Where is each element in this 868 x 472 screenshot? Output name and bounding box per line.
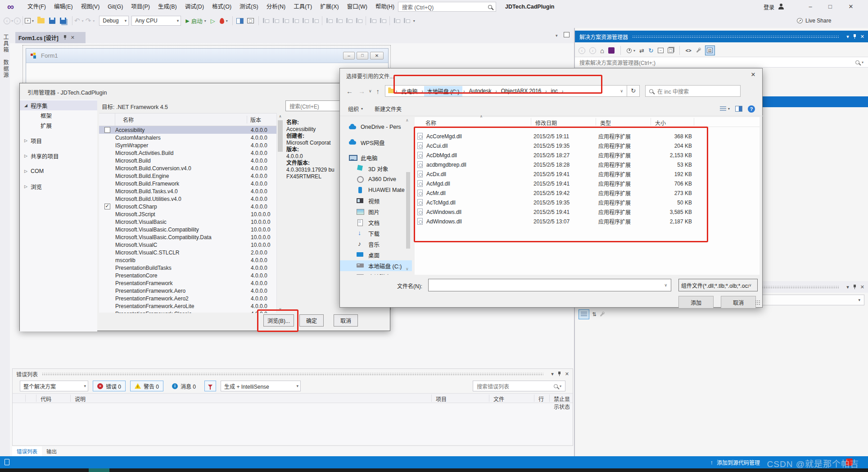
- menu-item[interactable]: 项目(P): [127, 0, 154, 14]
- toolbar-overflow-icon[interactable]: ▾: [413, 19, 415, 23]
- navigate-back-icon[interactable]: ‹: [4, 18, 10, 24]
- ref-nav-item[interactable]: 框架: [20, 110, 97, 120]
- watch-window-icon[interactable]: ▢: [247, 18, 254, 23]
- file-column-type[interactable]: 类型: [600, 119, 611, 127]
- file-type-filter-dropdown[interactable]: 组件文件(*.dll;*.tlb;*.olb;*.ocx; ∨: [678, 279, 758, 291]
- close-button[interactable]: ✕: [843, 0, 859, 14]
- assembly-checkbox[interactable]: [104, 127, 110, 133]
- scroll-up-icon[interactable]: ∧: [277, 113, 284, 120]
- hot-reload-icon[interactable]: [220, 18, 224, 24]
- column-name[interactable]: 名称: [115, 116, 247, 123]
- ref-nav-item[interactable]: 扩展: [20, 120, 97, 130]
- assembly-row[interactable]: PresentationFramework 4.0.0.0: [99, 279, 276, 287]
- assembly-row[interactable]: Accessibility 4.0.0.0: [99, 126, 276, 134]
- se-view-code-icon[interactable]: <>: [686, 48, 692, 53]
- menu-item[interactable]: 分析(N): [262, 0, 289, 14]
- save-all-icon[interactable]: [60, 18, 66, 24]
- assembly-row[interactable]: CustomMarshalers 4.0.0.0: [99, 134, 276, 141]
- pin-tab-icon[interactable]: [63, 35, 67, 40]
- menu-item[interactable]: 测试(S): [235, 0, 262, 14]
- se-pending-changes-icon[interactable]: [627, 48, 632, 53]
- sidebar-scrollbar[interactable]: [406, 172, 410, 249]
- menu-item[interactable]: Git(G): [104, 0, 127, 14]
- error-col-description[interactable]: 说明: [75, 395, 86, 403]
- menu-item[interactable]: 格式(O): [208, 0, 235, 14]
- window-position-dropdown-icon[interactable]: ▾: [846, 34, 849, 40]
- sidebar-folder-item[interactable]: HUAWEI Mate: [340, 185, 412, 195]
- form-maximize-button[interactable]: □: [357, 52, 368, 59]
- vertical-tool-tab[interactable]: 工具箱: [2, 34, 9, 53]
- auto-hide-pin-icon[interactable]: [853, 34, 857, 39]
- file-dialog-close-icon[interactable]: ✕: [747, 71, 760, 78]
- solution-configuration-dropdown[interactable]: Debug▾: [99, 16, 129, 26]
- menu-item[interactable]: 调试(D): [181, 0, 208, 14]
- nav-up-icon[interactable]: ↑: [376, 87, 380, 95]
- messages-toggle-button[interactable]: i 消息 0: [168, 381, 200, 391]
- assembly-row[interactable]: Microsoft.Build.Utilities.v4.0 4.0.0.0: [99, 195, 276, 203]
- error-search-box[interactable]: 搜索错误列表 ▾: [473, 381, 565, 391]
- properties-position-dropdown-icon[interactable]: ▾: [846, 284, 849, 290]
- ref-nav-item[interactable]: ▷ 项目: [20, 136, 97, 145]
- assembly-row[interactable]: Microsoft.CSharp 4.0.0.0: [99, 203, 276, 210]
- error-search-dropdown-icon[interactable]: ▾: [560, 384, 561, 388]
- assembly-row[interactable]: ISymWrapper 4.0.0.0: [99, 141, 276, 149]
- assembly-checkbox[interactable]: [104, 204, 110, 209]
- organize-menu[interactable]: 组织 ▾: [348, 105, 363, 113]
- assembly-row[interactable]: Microsoft.VisualC.STLCLR 2.0.0.0: [99, 249, 276, 256]
- help-icon[interactable]: ?: [748, 105, 755, 113]
- se-collapse-all-icon[interactable]: −: [658, 48, 664, 53]
- close-panel-icon[interactable]: ✕: [860, 34, 864, 40]
- form-close-button[interactable]: ✕: [370, 52, 384, 59]
- properties-close-icon[interactable]: ✕: [860, 284, 864, 290]
- se-switch-views-icon[interactable]: [608, 47, 615, 54]
- refresh-button[interactable]: ↻: [627, 85, 640, 97]
- navigate-back-dropdown-icon[interactable]: ▾: [11, 19, 13, 23]
- assembly-row[interactable]: PresentationFramework.Classic 4.0.0.0: [99, 310, 276, 313]
- close-tab-icon[interactable]: ✕: [71, 35, 75, 41]
- preview-pane-icon[interactable]: [735, 106, 742, 112]
- error-col-file[interactable]: 文件: [493, 395, 504, 403]
- assembly-row[interactable]: Microsoft.Build 4.0.0.0: [99, 157, 276, 164]
- ref-nav-item[interactable]: ◢ 程序集: [20, 100, 97, 110]
- assembly-row[interactable]: PresentationFramework.AeroLite 4.0.0.0: [99, 302, 276, 310]
- float-window-icon[interactable]: [564, 32, 570, 37]
- undo-dropdown-icon[interactable]: ▾: [82, 19, 84, 23]
- solution-platform-dropdown[interactable]: Any CPU▾: [131, 16, 181, 26]
- search-icon[interactable]: [488, 5, 492, 9]
- assembly-row[interactable]: PresentationBuildTasks 4.0.0.0: [99, 264, 276, 272]
- categ-view-icon[interactable]: [579, 309, 589, 319]
- sidebar-folder-item[interactable]: 本地磁盘 (D:): [340, 271, 412, 275]
- new-project-icon[interactable]: +: [25, 18, 31, 23]
- sidebar-folder-item[interactable]: 视频: [340, 195, 412, 206]
- sidebar-scroll-down-icon[interactable]: ∨: [406, 267, 409, 271]
- file-search-box[interactable]: 在 inc 中搜索: [645, 85, 741, 97]
- bottom-panel-tab[interactable]: 错误列表: [12, 446, 42, 456]
- menu-item[interactable]: 生成(B): [154, 0, 181, 14]
- assembly-row[interactable]: Microsoft.JScript 10.0.0.0: [99, 210, 276, 218]
- sidebar-folder-item[interactable]: WPS网盘: [340, 137, 412, 148]
- error-col-project[interactable]: 项目: [436, 395, 447, 403]
- assembly-row[interactable]: PresentationFramework.Aero 4.0.0.0: [99, 287, 276, 295]
- sidebar-folder-item[interactable]: OneDrive - Pers: [340, 122, 412, 132]
- column-version[interactable]: 版本: [247, 116, 261, 123]
- alpha-sort-icon[interactable]: ⇅: [592, 311, 597, 318]
- error-col-line[interactable]: 行: [538, 395, 544, 403]
- solution-explorer-titlebar[interactable]: 解决方案资源管理器 ▾ ✕: [575, 31, 868, 42]
- se-tool-icon[interactable]: [696, 48, 701, 53]
- menu-item[interactable]: 编辑(E): [50, 0, 77, 14]
- solution-explorer-searchbox[interactable]: 搜索解决方案资源管理器(Ctrl+;) ▾: [575, 57, 868, 68]
- undo-icon[interactable]: ↶: [74, 17, 80, 25]
- error-col-code[interactable]: 代码: [41, 395, 51, 403]
- file-column-size[interactable]: 大小: [655, 119, 666, 127]
- assembly-scrollbar[interactable]: ∧ ∨: [276, 113, 284, 313]
- tab-list-dropdown-icon[interactable]: ▾: [556, 33, 558, 38]
- se-refresh-icon[interactable]: ↻: [648, 47, 654, 54]
- file-column-date[interactable]: 修改日期: [535, 119, 557, 127]
- navigate-forward-icon[interactable]: ›: [14, 18, 21, 24]
- user-account-icon[interactable]: [778, 4, 784, 10]
- sidebar-folder-item[interactable]: 音乐: [340, 239, 412, 250]
- assembly-row[interactable]: PresentationCore 4.0.0.0: [99, 272, 276, 279]
- sidebar-folder-item[interactable]: 下载: [340, 228, 412, 239]
- save-icon[interactable]: [49, 18, 55, 24]
- se-search-dropdown-icon[interactable]: ▾: [862, 60, 863, 64]
